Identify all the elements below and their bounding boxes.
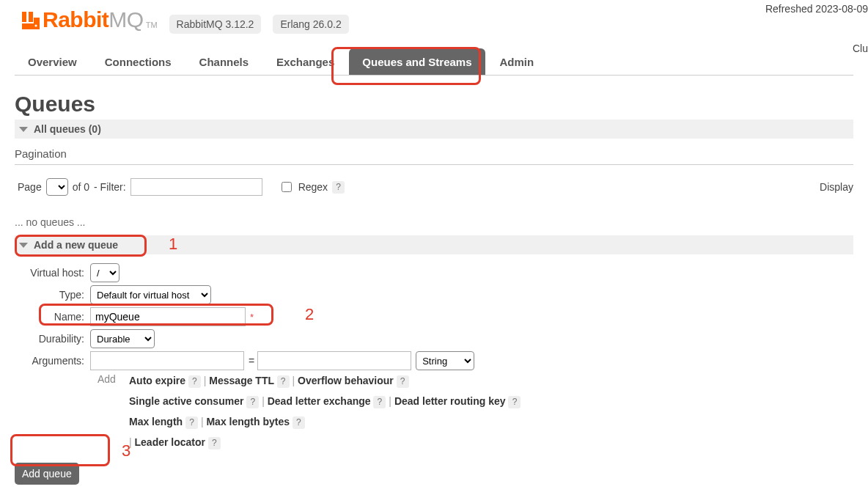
help-icon[interactable]: ?: [185, 416, 198, 429]
chevron-down-icon: [19, 243, 28, 248]
durability-select[interactable]: Durable: [90, 329, 155, 348]
opt-single-active-consumer[interactable]: Single active consumer: [129, 395, 243, 407]
type-label: Type:: [15, 289, 90, 301]
refreshed-timestamp: Refreshed 2023-08-09: [765, 3, 868, 15]
displaying-label: Display: [820, 181, 853, 193]
durability-label: Durability:: [15, 333, 90, 345]
opt-maxlenb[interactable]: Max length bytes: [206, 416, 290, 427]
trademark: TM: [146, 21, 158, 29]
help-icon[interactable]: ?: [188, 375, 201, 388]
rabbitmq-icon: [22, 12, 40, 29]
filter-input[interactable]: [130, 178, 262, 196]
tab-channels[interactable]: Channels: [186, 48, 262, 75]
name-input[interactable]: [90, 307, 246, 326]
help-icon[interactable]: ?: [246, 396, 259, 408]
vhost-select[interactable]: /: [90, 263, 119, 282]
content: Queues All queues (0) Pagination Page of…: [0, 76, 868, 485]
svg-point-4: [34, 24, 37, 26]
help-icon[interactable]: ?: [277, 375, 290, 388]
chevron-down-icon: [19, 127, 28, 132]
page-label: Page: [18, 181, 42, 193]
argument-shortcuts: Auto expire ? | Message TTL ? | Overflow…: [129, 370, 584, 452]
version-badge: RabbitMQ 3.12.2: [169, 15, 262, 34]
section-all-queues[interactable]: All queues (0): [15, 120, 853, 139]
main-nav: Overview Connections Channels Exchanges …: [15, 48, 853, 76]
svg-rect-3: [34, 18, 40, 23]
regex-label: Regex: [298, 181, 328, 193]
name-label: Name:: [15, 311, 90, 323]
tab-exchanges[interactable]: Exchanges: [263, 48, 347, 75]
opt-auto-expire[interactable]: Auto expire: [129, 375, 185, 386]
all-queues-label: All queues (0): [34, 123, 101, 135]
tab-overview[interactable]: Overview: [15, 48, 90, 75]
no-queues-text: ... no queues ...: [15, 216, 853, 228]
opt-message-ttl[interactable]: Message TTL: [209, 375, 273, 386]
arguments-label: Arguments:: [15, 355, 90, 367]
tab-admin[interactable]: Admin: [487, 48, 548, 75]
help-icon[interactable]: ?: [397, 375, 409, 388]
opt-leader-locator[interactable]: Leader locator: [135, 436, 205, 448]
svg-rect-2: [22, 23, 40, 29]
add-queue-form: Virtual host: / Type: Default for virtua…: [15, 263, 853, 485]
help-icon[interactable]: ?: [508, 396, 521, 408]
opt-dlx[interactable]: Dead letter exchange: [268, 395, 371, 407]
add-queue-button[interactable]: Add queue: [15, 463, 79, 485]
arg-type-select[interactable]: String: [416, 351, 474, 370]
section-add-queue[interactable]: Add a new queue: [15, 235, 853, 254]
vhost-label: Virtual host:: [15, 267, 90, 279]
cluster-label: Clu: [853, 43, 868, 54]
svg-rect-0: [22, 12, 26, 22]
pagination-heading: Pagination: [15, 147, 853, 165]
logo[interactable]: RabbitMQ: [22, 7, 144, 32]
equals-sign: =: [249, 355, 254, 367]
erlang-badge: Erlang 26.0.2: [273, 15, 348, 34]
logo-text-rabbit: Rabbit: [43, 7, 108, 32]
tab-queues-streams[interactable]: Queues and Streams: [349, 48, 485, 75]
svg-rect-1: [29, 12, 33, 22]
regex-checkbox[interactable]: [282, 182, 292, 192]
page-of: of 0: [73, 181, 89, 193]
header-bar: RabbitMQ TM RabbitMQ 3.12.2 Erlang 26.0.…: [0, 0, 868, 34]
page-title: Queues: [15, 92, 853, 117]
opt-dlrk[interactable]: Dead letter routing key: [394, 395, 506, 407]
add-queue-label: Add a new queue: [34, 239, 118, 251]
help-icon[interactable]: ?: [293, 416, 305, 429]
opt-overflow[interactable]: Overflow behaviour: [298, 375, 394, 386]
opt-maxlen[interactable]: Max length: [129, 416, 183, 427]
help-icon[interactable]: ?: [208, 437, 221, 449]
required-marker: *: [250, 312, 254, 323]
pagination-row: Page of 0 - Filter: Regex ? Display: [18, 178, 853, 196]
tab-connections[interactable]: Connections: [92, 48, 185, 75]
page-select[interactable]: [46, 178, 68, 196]
regex-help-icon[interactable]: ?: [332, 181, 345, 194]
type-select[interactable]: Default for virtual host: [90, 285, 211, 304]
arg-key-input[interactable]: [90, 351, 244, 370]
filter-label: - Filter:: [94, 181, 126, 193]
help-icon[interactable]: ?: [373, 396, 386, 408]
arg-val-input[interactable]: [257, 351, 411, 370]
logo-text-mq: MQ: [108, 7, 143, 32]
